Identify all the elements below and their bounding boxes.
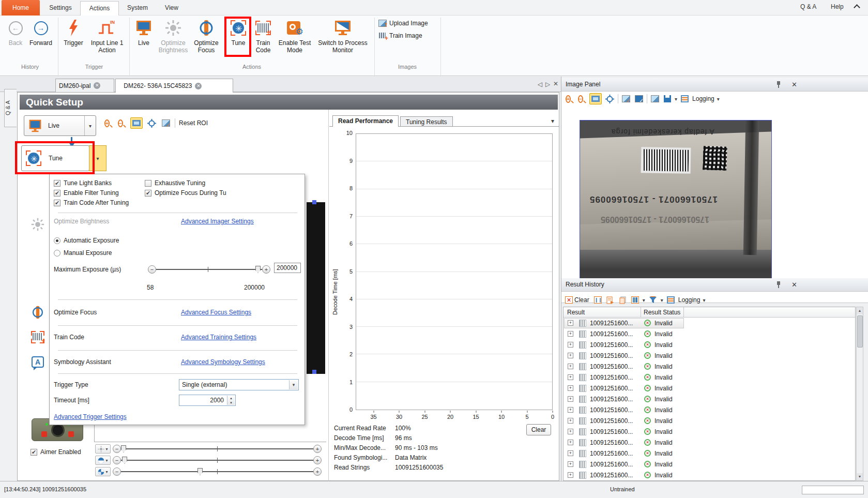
- result-row[interactable]: +10091251600...✕Invalid: [564, 329, 855, 340]
- brightness-icon[interactable]: ▾: [95, 444, 111, 454]
- expand-icon[interactable]: +: [568, 472, 573, 478]
- focus-slider-row[interactable]: ▾ − +: [95, 467, 322, 476]
- advanced-symbology-settings-link[interactable]: Advanced Symbology Settings: [181, 358, 265, 366]
- save-image-icon[interactable]: [663, 93, 672, 104]
- record-images-icon[interactable]: [650, 93, 660, 104]
- close-tab-icon[interactable]: ✕: [195, 83, 202, 89]
- contrast-slider-row[interactable]: ▾ − +: [95, 456, 322, 465]
- reset-roi-button[interactable]: Reset ROI: [179, 119, 208, 127]
- live-button-ribbon[interactable]: Live: [132, 18, 155, 47]
- input-line-1-action-button[interactable]: IN Input Line 1 Action: [88, 18, 126, 54]
- back-button[interactable]: ← Back: [4, 18, 27, 47]
- clear-stats-button[interactable]: Clear: [526, 424, 551, 435]
- scroll-down-icon[interactable]: ▼: [857, 473, 863, 480]
- device-tab-dm260[interactable]: DM260-ipal✕: [55, 79, 114, 92]
- slider-thumb[interactable]: [121, 445, 126, 452]
- expand-icon[interactable]: +: [568, 385, 573, 391]
- pause-results-icon[interactable]: ❙❙: [593, 294, 603, 306]
- tab-view[interactable]: View: [156, 1, 187, 16]
- advanced-training-settings-link[interactable]: Advanced Training Settings: [181, 334, 256, 341]
- radio-automatic-exposure[interactable]: Automatic Exposure: [54, 237, 119, 244]
- advanced-trigger-settings-link[interactable]: Advanced Trigger Settings: [54, 413, 127, 420]
- result-row[interactable]: +10091251600...✕Invalid: [564, 383, 855, 394]
- expand-icon[interactable]: +: [568, 342, 573, 348]
- expand-icon[interactable]: +: [568, 450, 573, 456]
- snapshot-icon[interactable]: ✓: [161, 117, 171, 129]
- optimize-focus-button[interactable]: Optimize Focus: [191, 18, 221, 54]
- zoom-out-icon[interactable]: −: [117, 117, 127, 129]
- checkbox-optimize-focus-during-tune[interactable]: ✔Optimize Focus During Tu: [145, 189, 226, 197]
- pin-icon[interactable]: [776, 281, 781, 288]
- fit-to-window-icon[interactable]: [589, 93, 602, 104]
- save-options-dropdown-icon[interactable]: ▾: [675, 96, 677, 102]
- advanced-imager-settings-link[interactable]: Advanced Imager Settings: [181, 218, 254, 225]
- result-row[interactable]: +10091251600...✕Invalid: [564, 437, 855, 448]
- train-image-button[interactable]: + Train Image: [378, 32, 422, 39]
- result-row[interactable]: +10091251600...✕Invalid: [564, 372, 855, 383]
- result-row[interactable]: +10091251600...✕Invalid: [564, 448, 855, 459]
- slider-minus-button[interactable]: −: [113, 445, 121, 453]
- roi-handle[interactable]: [312, 370, 316, 374]
- result-row[interactable]: +10091251600...✕Invalid: [564, 318, 855, 329]
- train-code-button-ribbon[interactable]: + Train Code: [252, 18, 274, 54]
- slider-plus-button[interactable]: +: [313, 467, 322, 476]
- live-button[interactable]: Live ▾: [24, 115, 96, 136]
- tune-dropdown-button[interactable]: ▾: [89, 145, 106, 171]
- brightness-slider-row[interactable]: ▾ − +: [95, 444, 322, 454]
- expand-icon[interactable]: +: [568, 374, 573, 380]
- aimer-enabled-checkbox[interactable]: ✔Aimer Enabled: [31, 448, 81, 456]
- slider-minus-button[interactable]: −: [113, 456, 121, 464]
- result-row[interactable]: +10091251600...✕Invalid: [564, 394, 855, 405]
- tab-tuning-results[interactable]: Tuning Results: [400, 116, 453, 127]
- advanced-focus-settings-link[interactable]: Advanced Focus Settings: [181, 309, 251, 316]
- result-row[interactable]: +10091251600...✕Invalid: [564, 459, 855, 470]
- result-history-scrollbar[interactable]: ▲ ▼: [856, 307, 863, 481]
- show-passed-images-icon[interactable]: ✓: [634, 93, 644, 104]
- zoom-out-icon[interactable]: −: [577, 93, 587, 104]
- timeout-input[interactable]: 2000 ▴▾: [179, 395, 236, 406]
- columns-icon[interactable]: [630, 294, 640, 306]
- checkbox-tune-light-banks[interactable]: ✔Tune Light Banks: [54, 179, 112, 187]
- forward-button[interactable]: → Forward: [29, 18, 53, 47]
- qa-side-tab[interactable]: Q & A: [4, 89, 17, 127]
- collapse-ribbon-icon[interactable]: [855, 5, 859, 10]
- enable-test-mode-button[interactable]: ⚙ Enable Test Mode: [276, 18, 313, 54]
- upload-image-button[interactable]: ⤴ Upload Image: [378, 20, 428, 27]
- tab-scroll-right-icon[interactable]: ▷: [545, 81, 550, 88]
- column-header-result-status[interactable]: Result Status: [644, 309, 680, 316]
- slider-minus-button[interactable]: −: [113, 467, 121, 476]
- optimize-brightness-button[interactable]: Optimize Brightness: [157, 18, 189, 54]
- slider-thumb[interactable]: [255, 266, 261, 273]
- qa-link[interactable]: Q & A: [800, 3, 816, 10]
- tab-home[interactable]: Home: [2, 0, 40, 16]
- device-tab-dm262[interactable]: DM262- 536A 15C45823✕: [115, 79, 233, 93]
- logging-icon[interactable]: [666, 294, 676, 306]
- slider-plus-button[interactable]: +: [313, 445, 322, 453]
- chevron-down-icon[interactable]: ▾: [289, 380, 298, 389]
- help-link[interactable]: Help: [831, 3, 844, 10]
- tab-scroll-left-icon[interactable]: ◁: [538, 81, 542, 88]
- export-results-icon[interactable]: [605, 294, 615, 306]
- slider-plus-button[interactable]: +: [313, 456, 322, 464]
- expand-icon[interactable]: +: [568, 396, 573, 402]
- center-view-icon[interactable]: [604, 93, 615, 104]
- max-exposure-slider[interactable]: − +: [148, 265, 270, 274]
- result-row[interactable]: +10091251600...✕Invalid: [564, 405, 855, 416]
- expand-icon[interactable]: +: [568, 364, 573, 369]
- logging-icon[interactable]: [680, 93, 690, 104]
- chart-options-dropdown-icon[interactable]: ▾: [551, 117, 554, 125]
- result-row[interactable]: +10091251600...✕Invalid: [564, 427, 855, 437]
- tab-system[interactable]: System: [120, 1, 155, 16]
- fit-to-window-icon[interactable]: [130, 117, 143, 129]
- checkbox-enable-filter-tuning[interactable]: ✔Enable Filter Tuning: [54, 189, 119, 197]
- switch-to-process-monitor-button[interactable]: Switch to Process Monitor: [314, 18, 371, 54]
- result-row[interactable]: +10091251600...✕Invalid: [564, 340, 855, 351]
- columns-dropdown-icon[interactable]: ▾: [643, 297, 645, 303]
- tune-button[interactable]: ✳ Tune ▾: [21, 145, 89, 171]
- expand-icon[interactable]: +: [568, 353, 573, 358]
- contrast-icon[interactable]: ▾: [95, 456, 111, 465]
- result-row[interactable]: +10091251600...✕Invalid: [564, 351, 855, 361]
- slider-plus-button[interactable]: +: [262, 265, 270, 274]
- pin-icon[interactable]: [776, 81, 781, 88]
- show-failed-images-icon[interactable]: ✓: [621, 93, 631, 104]
